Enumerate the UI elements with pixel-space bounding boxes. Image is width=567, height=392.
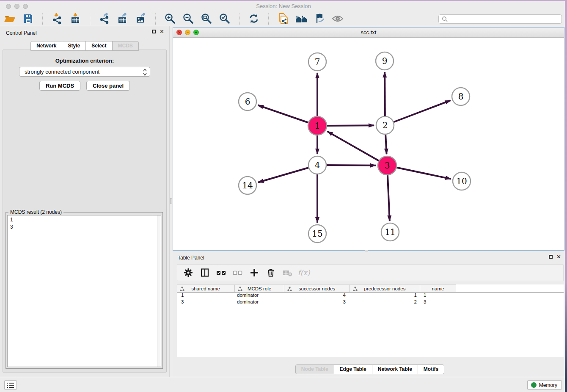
network-window-titlebar[interactable]: ✕ − + scc.txt bbox=[173, 28, 564, 38]
network-canvas[interactable]: 7968124314101511 bbox=[173, 38, 564, 250]
graph-node-6[interactable]: 6 bbox=[239, 93, 256, 110]
graph-node-3[interactable]: 3 bbox=[378, 156, 396, 175]
tab-motifs[interactable]: Motifs bbox=[418, 364, 444, 374]
flag-button[interactable] bbox=[313, 12, 326, 25]
app-titlebar: Session: New Session bbox=[0, 1, 567, 11]
zoom-selected-icon bbox=[219, 13, 231, 25]
memory-status-icon bbox=[531, 382, 537, 388]
tab-mcds[interactable]: MCDS bbox=[112, 41, 139, 51]
import-table-button[interactable] bbox=[69, 12, 82, 25]
tab-network-table[interactable]: Network Table bbox=[372, 364, 418, 374]
table-body: 1dominator4113dominator323 bbox=[177, 293, 564, 306]
memory-button[interactable]: Memory bbox=[527, 380, 562, 390]
save-session-button[interactable] bbox=[22, 12, 34, 25]
import-network-icon bbox=[51, 13, 63, 25]
trash-icon bbox=[266, 268, 275, 277]
export-image-button[interactable] bbox=[135, 12, 147, 25]
svg-text:6: 6 bbox=[245, 97, 250, 107]
save-session-icon bbox=[22, 13, 34, 25]
tab-edge-table[interactable]: Edge Table bbox=[334, 364, 372, 374]
table-cell[interactable]: 1 bbox=[420, 293, 456, 299]
tab-network[interactable]: Network bbox=[30, 41, 62, 51]
zoom-in-button[interactable] bbox=[164, 12, 176, 25]
divider-grip[interactable] bbox=[170, 198, 172, 204]
column-header-MCDS-role[interactable]: MCDS role bbox=[235, 284, 284, 292]
export-network-button[interactable] bbox=[98, 12, 111, 25]
graph-node-1[interactable]: 1 bbox=[308, 116, 327, 135]
mcds-result-title: MCDS result (2 nodes) bbox=[8, 209, 63, 215]
desktop-edge-top bbox=[0, 0, 567, 1]
graph-node-11[interactable]: 11 bbox=[381, 223, 399, 241]
add-column-button[interactable] bbox=[249, 268, 259, 278]
table-cell[interactable]: 3 bbox=[177, 299, 235, 306]
columns-button[interactable] bbox=[200, 268, 210, 278]
import-network-button[interactable] bbox=[51, 12, 63, 25]
svg-text:7: 7 bbox=[315, 57, 320, 67]
float-panel-icon[interactable] bbox=[152, 30, 156, 33]
houses-button[interactable] bbox=[295, 12, 308, 25]
table-cell[interactable]: 1 bbox=[350, 293, 420, 299]
table-toolbar: f(x) bbox=[177, 264, 564, 281]
clone-network-icon bbox=[277, 13, 289, 25]
graph-edge-3-1[interactable] bbox=[327, 131, 387, 166]
open-session-button[interactable] bbox=[3, 12, 16, 25]
gear-icon bbox=[184, 268, 193, 277]
graph-node-2[interactable]: 2 bbox=[376, 116, 394, 134]
tab-select[interactable]: Select bbox=[85, 41, 112, 51]
select-all-button[interactable] bbox=[216, 268, 226, 278]
zoom-fit-button[interactable] bbox=[200, 12, 213, 25]
task-history-button[interactable] bbox=[4, 380, 17, 390]
graph-node-9[interactable]: 9 bbox=[376, 52, 394, 70]
close-panel-icon[interactable]: ✕ bbox=[160, 30, 164, 33]
mcds-tab-content: Optimization criterion: strongly connect… bbox=[3, 50, 167, 373]
column-header-predecessor-nodes[interactable]: predecessor nodes bbox=[350, 284, 420, 292]
tab-style[interactable]: Style bbox=[62, 41, 86, 51]
refresh-button[interactable] bbox=[248, 12, 260, 25]
graph-node-15[interactable]: 15 bbox=[308, 225, 326, 243]
run-mcds-button[interactable]: Run MCDS bbox=[39, 81, 80, 91]
toolbar-separator bbox=[155, 13, 156, 25]
clone-network-button[interactable] bbox=[277, 12, 289, 25]
search-box[interactable] bbox=[438, 14, 562, 24]
mcds-result-textarea[interactable]: 1 3 bbox=[7, 215, 161, 367]
graph-node-7[interactable]: 7 bbox=[308, 53, 326, 71]
close-panel-button[interactable]: Close panel bbox=[86, 81, 130, 91]
table-row[interactable]: 1dominator411 bbox=[177, 293, 564, 299]
column-header-shared-name[interactable]: shared name bbox=[177, 284, 235, 292]
zoom-out-icon bbox=[182, 13, 194, 25]
tab-node-table[interactable]: Node Table bbox=[295, 364, 334, 374]
graph-node-4[interactable]: 4 bbox=[308, 156, 326, 174]
table-cell[interactable]: 1 bbox=[177, 293, 235, 299]
chevron-up-down-icon bbox=[143, 69, 147, 76]
svg-text:11: 11 bbox=[385, 227, 395, 237]
table-row[interactable]: 3dominator323 bbox=[177, 299, 564, 306]
table-cell[interactable]: 3 bbox=[420, 299, 456, 306]
table-cell[interactable]: 2 bbox=[350, 299, 420, 306]
search-input[interactable] bbox=[449, 16, 561, 22]
graph-node-10[interactable]: 10 bbox=[453, 172, 471, 190]
control-panel-tabs: NetworkStyleSelectMCDS bbox=[0, 41, 169, 51]
deselect-all-button[interactable] bbox=[233, 268, 243, 278]
optimization-criterion-label: Optimization criterion: bbox=[3, 58, 166, 64]
column-header-name[interactable]: name bbox=[420, 284, 456, 292]
table-cell[interactable]: 4 bbox=[284, 293, 350, 299]
column-header-successor-nodes[interactable]: successor nodes bbox=[284, 284, 350, 292]
graph-edge-2-8[interactable] bbox=[385, 100, 451, 125]
table-cell[interactable]: dominator bbox=[235, 299, 284, 306]
network-graph[interactable]: 7968124314101511 bbox=[173, 38, 564, 251]
toolbar-separator bbox=[268, 13, 269, 25]
gear-button[interactable] bbox=[183, 268, 193, 278]
optimization-criterion-dropdown[interactable]: strongly connected component bbox=[19, 67, 150, 77]
table-cell[interactable]: 3 bbox=[284, 299, 350, 306]
delete-column-button[interactable] bbox=[266, 268, 276, 278]
graph-node-8[interactable]: 8 bbox=[452, 88, 470, 105]
graph-node-14[interactable]: 14 bbox=[239, 177, 256, 194]
result-scrollbar[interactable] bbox=[157, 215, 161, 367]
close-panel-icon[interactable]: ✕ bbox=[556, 255, 561, 259]
zoom-out-button[interactable] bbox=[182, 12, 195, 25]
table-cell[interactable]: dominator bbox=[235, 293, 284, 299]
export-table-button[interactable] bbox=[116, 12, 129, 25]
float-panel-icon[interactable] bbox=[549, 255, 553, 259]
zoom-selected-button[interactable] bbox=[218, 12, 231, 25]
vertical-split-divider[interactable] bbox=[169, 26, 173, 377]
